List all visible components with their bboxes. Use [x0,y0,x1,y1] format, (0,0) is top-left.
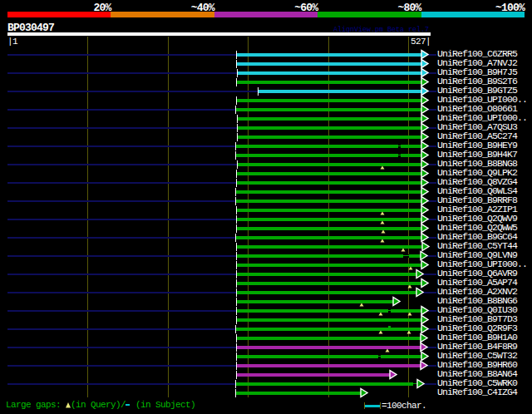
svg-text:|1: |1 [7,37,18,47]
svg-text:Large gaps:: Large gaps: [6,400,61,410]
svg-text:~100%: ~100% [495,2,525,14]
svg-text:~80%: ~80% [398,2,422,14]
svg-text:=100char.: =100char. [382,401,426,411]
svg-text:(in Query)/: (in Query)/ [71,400,126,410]
svg-text:20%: 20% [93,2,111,14]
svg-text:BP030497: BP030497 [7,22,54,34]
svg-text:~40%: ~40% [191,2,215,14]
svg-text:UniRef100_C4IZG4: UniRef100_C4IZG4 [437,387,518,397]
svg-text:~60%: ~60% [294,2,318,14]
svg-text:(in Subject): (in Subject) [135,400,195,410]
svg-text:527|: 527| [411,37,431,47]
